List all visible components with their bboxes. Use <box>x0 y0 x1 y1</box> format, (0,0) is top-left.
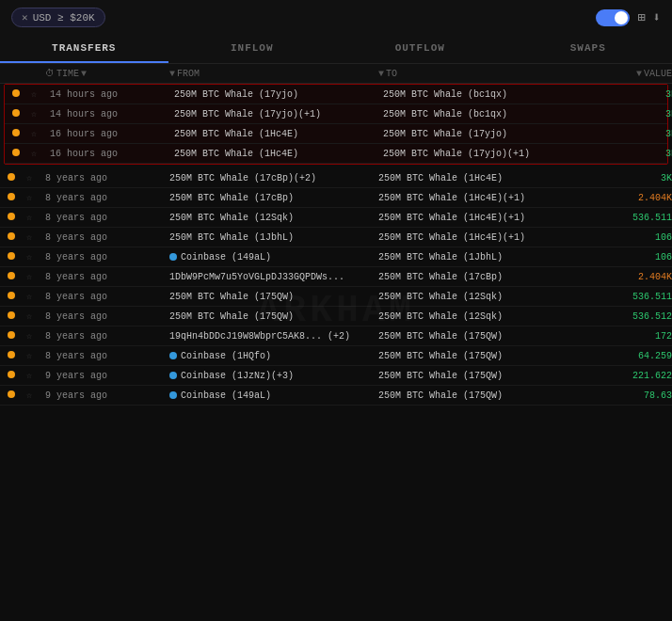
row-star: ☆ <box>31 148 48 159</box>
row-value: 536.511 <box>587 292 672 302</box>
table-body: ☆ 14 hours ago 250M BTC Whale (17yjo) 25… <box>0 84 672 406</box>
to-filter-icon: ▼ <box>378 69 384 79</box>
table-row[interactable]: ☆ 8 years ago 250M BTC Whale (17cBp)(+2)… <box>0 168 672 188</box>
row-dot <box>8 350 24 361</box>
table-row[interactable]: ☆ 8 years ago 250M BTC Whale (17cBp) 250… <box>0 188 672 208</box>
row-value: 106 <box>587 252 672 263</box>
column-headers: ⏱ TIME ▼ ▼ FROM ▼ TO ▼ VALUE ▼ TOKEN ▼ U… <box>0 64 672 84</box>
row-star: ☆ <box>26 172 43 183</box>
table-row[interactable]: ☆ 8 years ago 19qHn4bDDcJ19W8WbprC5AK8..… <box>0 326 672 346</box>
row-from: 250M BTC Whale (17cBp)(+2) <box>169 173 376 183</box>
filter-badge[interactable]: ✕ USD ≥ $20K <box>11 8 105 27</box>
value-filter-icon: ▼ <box>636 69 642 79</box>
tab-swaps[interactable]: SWAPS <box>504 35 673 63</box>
layout-icon[interactable]: ⊞ <box>637 9 645 25</box>
table-row[interactable]: ☆ 8 years ago 250M BTC Whale (12Sqk) 250… <box>0 208 672 228</box>
row-value: 3K <box>592 109 672 119</box>
col-to[interactable]: ▼ TO <box>378 69 585 79</box>
row-to: 250M BTC Whale (1Hc4E)(+1) <box>378 213 585 223</box>
row-value: 3K <box>592 89 672 100</box>
row-star: ☆ <box>26 251 43 263</box>
row-time: 8 years ago <box>45 173 168 183</box>
row-dot <box>8 291 24 302</box>
table-row[interactable]: ☆ 14 hours ago 250M BTC Whale (17yjo) 25… <box>5 85 667 104</box>
table-row[interactable]: ☆ 8 years ago 1DbW9PcMw7u5YoVGLpDJ33GQPD… <box>0 267 672 287</box>
row-value: 172 <box>587 331 672 342</box>
row-from: 250M BTC Whale (17cBp) <box>169 193 376 203</box>
row-star: ☆ <box>31 108 48 119</box>
row-value: 3K <box>587 173 672 183</box>
row-from: 250M BTC Whale (17yjo) <box>174 89 381 100</box>
row-to: 250M BTC Whale (1Hc4E)(+1) <box>378 232 585 243</box>
row-to: 250M BTC Whale (bc1qx) <box>383 109 590 119</box>
row-star: ☆ <box>26 231 43 243</box>
row-to: 250M BTC Whale (17yjo) <box>383 129 590 139</box>
tab-transfers[interactable]: TRANSFERS <box>0 35 168 63</box>
row-star: ☆ <box>26 291 43 302</box>
table-row[interactable]: ☆ 8 years ago 250M BTC Whale (175QW) 250… <box>0 287 672 307</box>
row-star: ☆ <box>26 370 43 381</box>
row-to: 250M BTC Whale (1JbhL) <box>378 252 585 263</box>
row-time: 14 hours ago <box>50 89 172 100</box>
row-time: 9 years ago <box>45 390 168 401</box>
time-arrow: ▼ <box>81 69 87 79</box>
row-dot <box>12 148 29 159</box>
col-time[interactable]: ⏱ TIME ▼ <box>45 68 168 79</box>
row-to: 250M BTC Whale (1Hc4E)(+1) <box>378 193 585 203</box>
row-time: 8 years ago <box>45 292 168 302</box>
row-from: Coinbase (1HQfo) <box>169 351 376 361</box>
row-dot <box>8 390 24 401</box>
table-row[interactable]: ☆ 8 years ago Coinbase (149aL) 250M BTC … <box>0 247 672 267</box>
table-row[interactable]: ☆ 8 years ago 250M BTC Whale (1JbhL) 250… <box>0 228 672 247</box>
toggle-switch[interactable] <box>596 9 630 26</box>
row-dot <box>8 192 24 203</box>
row-time: 14 hours ago <box>50 109 172 119</box>
time-sort-icon: ⏱ <box>45 68 55 79</box>
row-dot <box>12 128 29 139</box>
download-icon[interactable]: ⬇ <box>653 9 661 25</box>
row-from: 250M BTC Whale (1Hc4E) <box>174 129 381 139</box>
filter-remove-icon[interactable]: ✕ <box>22 11 28 24</box>
row-from: 250M BTC Whale (1JbhL) <box>169 232 376 243</box>
table-row[interactable]: ☆ 16 hours ago 250M BTC Whale (1Hc4E) 25… <box>5 144 667 164</box>
row-value: 536.512 <box>587 311 672 322</box>
row-dot <box>8 231 24 243</box>
top-bar: ✕ USD ≥ $20K ⊞ ⬇ <box>0 0 672 35</box>
from-label: FROM <box>177 69 200 79</box>
table-row[interactable]: ☆ 16 hours ago 250M BTC Whale (1Hc4E) 25… <box>5 124 667 144</box>
tab-inflow[interactable]: INFLOW <box>168 35 337 63</box>
table-row[interactable]: ☆ 8 years ago 250M BTC Whale (175QW) 250… <box>0 307 672 326</box>
row-time: 8 years ago <box>45 232 168 243</box>
row-dot <box>12 108 29 119</box>
row-star: ☆ <box>26 330 43 342</box>
row-value: 64.259 <box>587 351 672 361</box>
row-from: 1DbW9PcMw7u5YoVGLpDJ33GQPDWs... <box>169 272 376 282</box>
row-value: 3K <box>592 129 672 139</box>
to-label: TO <box>386 69 397 79</box>
col-from[interactable]: ▼ FROM <box>169 69 376 79</box>
row-from: 250M BTC Whale (175QW) <box>169 311 376 322</box>
table-row[interactable]: ☆ 9 years ago Coinbase (149aL) 250M BTC … <box>0 386 672 406</box>
coinbase-from-icon <box>169 253 177 261</box>
row-dot <box>12 88 29 100</box>
row-time: 9 years ago <box>45 371 168 381</box>
row-dot <box>8 172 24 183</box>
row-star: ☆ <box>31 128 48 139</box>
from-filter-icon: ▼ <box>169 69 175 79</box>
filter-label: USD ≥ $20K <box>33 12 95 24</box>
row-value: 536.511 <box>587 213 672 223</box>
row-time: 8 years ago <box>45 331 168 342</box>
row-to: 250M BTC Whale (12Sqk) <box>378 292 585 302</box>
tab-row: TRANSFERS INFLOW OUTFLOW SWAPS <box>0 35 672 64</box>
value-label: VALUE <box>644 69 672 79</box>
table-row[interactable]: ☆ 14 hours ago 250M BTC Whale (17yjo)(+1… <box>5 104 667 124</box>
col-value[interactable]: ▼ VALUE <box>587 69 672 79</box>
row-time: 16 hours ago <box>50 149 172 159</box>
row-time: 8 years ago <box>45 213 168 223</box>
row-value: 221.622 <box>587 371 672 381</box>
top-bar-right: ⊞ ⬇ <box>596 9 661 26</box>
table-row[interactable]: ☆ 9 years ago Coinbase (1JzNz)(+3) 250M … <box>0 366 672 386</box>
row-to: 250M BTC Whale (bc1qx) <box>383 89 590 100</box>
table-row[interactable]: ☆ 8 years ago Coinbase (1HQfo) 250M BTC … <box>0 346 672 366</box>
tab-outflow[interactable]: OUTFLOW <box>336 35 504 63</box>
